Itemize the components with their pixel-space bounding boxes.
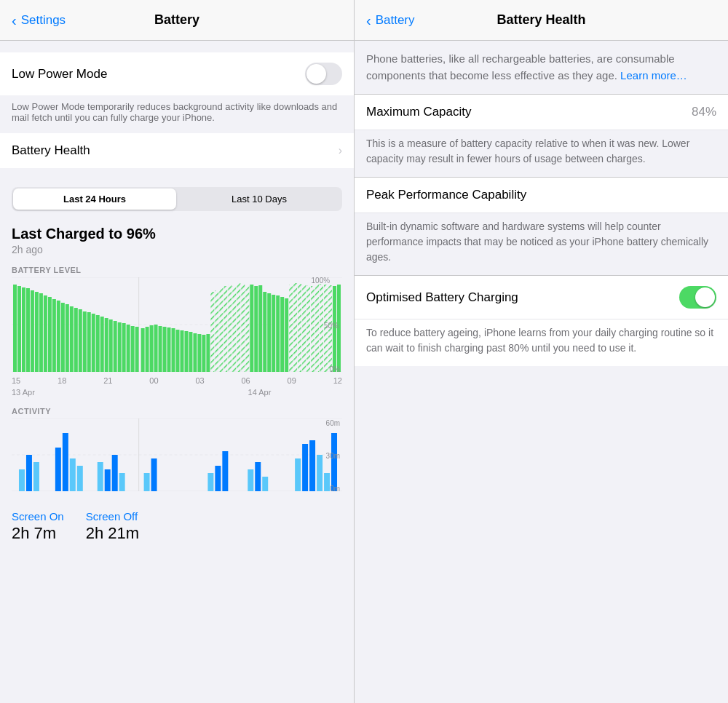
screen-stats: Screen On 2h 7m Screen Off 2h 21m	[0, 501, 354, 552]
svg-rect-53	[223, 286, 227, 372]
battery-time-labels: 15 18 21 00 03 06 09 12	[12, 375, 342, 386]
svg-rect-6	[22, 287, 25, 372]
svg-rect-35	[146, 327, 149, 372]
svg-rect-93	[77, 466, 83, 491]
screen-on-stat: Screen On 2h 7m	[12, 510, 64, 543]
svg-rect-31	[131, 326, 135, 372]
battery-health-section: Battery Health ›	[0, 133, 354, 168]
low-power-description: Low Power Mode temporarily reduces backg…	[0, 95, 354, 133]
svg-rect-95	[105, 469, 111, 491]
svg-rect-9	[35, 292, 39, 372]
svg-rect-27	[114, 321, 117, 372]
svg-rect-41	[172, 328, 175, 372]
svg-rect-5	[17, 286, 21, 372]
right-nav-title: Battery Health	[496, 12, 585, 28]
settings-back-button[interactable]: ‹ Settings	[12, 13, 66, 28]
time-segment-control: Last 24 Hours Last 10 Days	[12, 187, 342, 211]
svg-rect-63	[267, 293, 271, 372]
screen-off-stat: Screen Off 2h 21m	[86, 510, 139, 543]
charge-subtitle: 2h ago	[12, 244, 342, 255]
screen-on-value: 2h 7m	[12, 524, 64, 543]
battery-chart-wrapper: 100% 50% 0%	[12, 277, 342, 375]
svg-text:100%: 100%	[312, 277, 331, 285]
battery-back-button[interactable]: ‹ Battery	[366, 13, 415, 28]
svg-rect-70	[298, 284, 301, 372]
svg-rect-21	[87, 312, 91, 372]
svg-rect-10	[39, 293, 43, 372]
battery-health-row[interactable]: Battery Health ›	[0, 133, 354, 168]
screen-off-value: 2h 21m	[86, 524, 139, 543]
svg-rect-94	[98, 462, 103, 491]
svg-rect-25	[105, 318, 108, 372]
svg-rect-43	[180, 330, 183, 372]
battery-health-label: Battery Health	[12, 143, 339, 158]
capacity-value: 84%	[692, 105, 716, 119]
svg-rect-17	[70, 306, 74, 372]
svg-rect-90	[55, 448, 61, 491]
activity-chart-svg: 60m 30m 0m	[12, 418, 342, 491]
optimised-charging-toggle[interactable]	[679, 286, 716, 309]
svg-rect-108	[309, 440, 315, 491]
svg-rect-66	[280, 297, 284, 372]
battery-chart-container: BATTERY LEVEL	[0, 258, 354, 404]
screen-off-label: Screen Off	[86, 510, 139, 523]
low-power-section: Low Power Mode	[0, 52, 354, 95]
svg-rect-19	[79, 309, 82, 372]
svg-rect-54	[228, 285, 232, 372]
svg-rect-51	[215, 290, 218, 372]
right-panel: ‹ Battery Battery Health Phone batteries…	[355, 0, 728, 703]
svg-rect-34	[141, 328, 145, 372]
svg-text:60m: 60m	[326, 419, 340, 427]
svg-rect-42	[176, 330, 180, 372]
svg-rect-14	[57, 301, 60, 372]
svg-rect-107	[302, 444, 308, 491]
svg-rect-7	[26, 288, 30, 372]
low-power-toggle[interactable]	[305, 63, 342, 85]
svg-rect-16	[66, 304, 69, 372]
svg-rect-56	[237, 283, 240, 372]
intro-block: Phone batteries, like all rechargeable b…	[355, 41, 728, 95]
svg-rect-61	[258, 285, 262, 372]
back-chevron-icon: ‹	[12, 13, 17, 28]
svg-rect-18	[74, 308, 78, 372]
svg-rect-67	[285, 298, 288, 372]
svg-rect-58	[245, 286, 249, 372]
segment-container: Last 24 Hours Last 10 Days	[0, 180, 354, 218]
low-power-label: Low Power Mode	[12, 67, 305, 82]
right-back-chevron-icon: ‹	[366, 13, 371, 28]
svg-rect-60	[254, 286, 258, 372]
battery-date-labels: 13 Apr 14 Apr	[12, 388, 342, 397]
svg-rect-36	[150, 325, 154, 372]
battery-chart-label: BATTERY LEVEL	[12, 266, 342, 274]
svg-rect-59	[250, 285, 253, 372]
svg-rect-110	[324, 473, 330, 491]
svg-rect-97	[119, 473, 125, 491]
max-capacity-section: Maximum Capacity 84%	[355, 95, 728, 130]
segment-10d-button[interactable]: Last 10 Days	[178, 188, 341, 210]
svg-rect-71	[302, 285, 306, 372]
svg-rect-50	[210, 292, 214, 372]
svg-text:0m: 0m	[330, 485, 340, 491]
peak-row: Peak Performance Capability	[355, 178, 728, 213]
svg-rect-20	[83, 311, 87, 372]
segment-24h-button[interactable]: Last 24 Hours	[13, 188, 176, 210]
svg-rect-99	[151, 458, 157, 491]
capacity-row: Maximum Capacity 84%	[355, 95, 728, 130]
activity-chart-wrapper: 60m 30m 0m	[12, 418, 342, 494]
time-label-03: 03	[195, 376, 204, 385]
svg-text:0%: 0%	[330, 365, 341, 372]
svg-rect-28	[118, 322, 122, 372]
capacity-label: Maximum Capacity	[366, 105, 692, 119]
learn-more-link[interactable]: Learn more…	[620, 69, 687, 82]
svg-rect-38	[159, 326, 162, 372]
svg-rect-91	[63, 433, 68, 491]
date-label-13apr: 13 Apr	[12, 388, 177, 397]
low-power-row: Low Power Mode	[0, 52, 354, 95]
svg-rect-62	[263, 292, 266, 372]
svg-rect-39	[163, 327, 167, 372]
optimised-row: Optimised Battery Charging	[355, 276, 728, 319]
svg-rect-69	[293, 283, 297, 372]
peak-description: Built-in dynamic software and hardware s…	[355, 213, 728, 276]
svg-rect-106	[295, 458, 301, 491]
svg-rect-32	[135, 327, 139, 372]
